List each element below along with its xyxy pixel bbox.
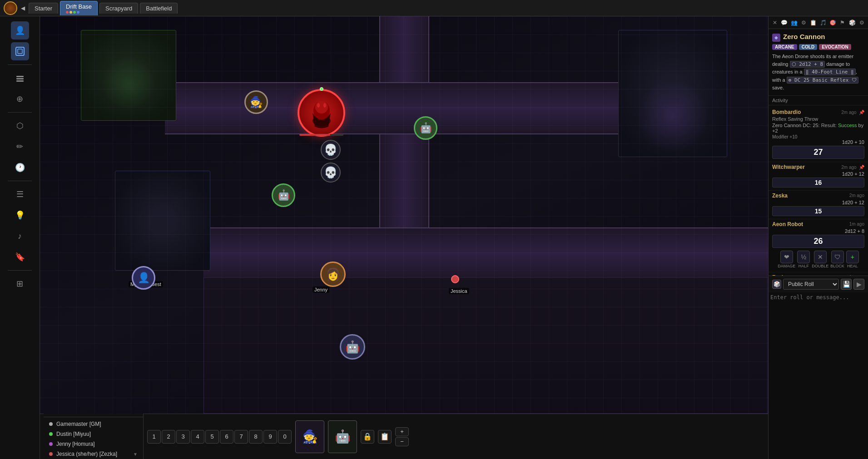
clock-icon[interactable]: 🕐 xyxy=(11,158,29,177)
map-area[interactable]: 🧙 xyxy=(40,16,768,414)
token-jenny-bottom[interactable]: 👩 xyxy=(320,262,346,287)
spell-range: ‖ 40-Foot Line ‖ xyxy=(804,69,856,75)
modifier-bombardio: Modifier +10 xyxy=(772,134,864,139)
left-sidebar: 👤 ⊕ ⬡ ✏ 🕐 ☰ 💡 ♪ 🔖 ⊞ xyxy=(0,16,40,459)
zoom-out[interactable]: − xyxy=(395,437,409,446)
svg-point-8 xyxy=(317,103,320,108)
num-1[interactable]: 1 xyxy=(147,430,161,444)
jenny-label: Jenny xyxy=(312,286,329,293)
token-skull-1[interactable]: 💀 xyxy=(321,140,341,160)
dice-roll-icon[interactable]: 🎲 xyxy=(772,280,781,289)
roll-input[interactable] xyxy=(769,292,868,459)
player-dot-jenny xyxy=(49,442,53,446)
bulb-icon[interactable]: 💡 xyxy=(11,206,29,224)
player-dustin[interactable]: Dustin [Miyuu] xyxy=(44,429,143,439)
half-icon: ½ xyxy=(797,251,810,263)
token-mysterygues[interactable]: 👤 xyxy=(132,266,155,290)
tag-icon[interactable]: ⬡ xyxy=(11,117,29,135)
dice-icon[interactable]: 🎲 xyxy=(848,18,856,27)
player-jessica[interactable]: Jessica (she/her) [Zezka] ▼ xyxy=(44,449,143,459)
damage-icon: ❤ xyxy=(780,251,793,263)
time-witchwarper-1: 2m ago xyxy=(841,165,856,170)
token-npc1[interactable]: 🧙 xyxy=(244,90,268,114)
settings-icon-2[interactable]: ⚙ xyxy=(858,18,866,27)
token-boss[interactable] xyxy=(298,89,345,137)
portrait-slot-1[interactable]: 🧙 xyxy=(295,420,324,453)
time-aeon-robot: 1m ago xyxy=(849,222,864,227)
tab-starter[interactable]: Starter xyxy=(29,3,58,14)
heal-btn[interactable]: + HEAL xyxy=(846,251,859,268)
double-btn[interactable]: ✕ DOUBLE xyxy=(812,251,828,268)
actor-bombardio-1: Bombardio xyxy=(772,109,801,115)
layers-icon[interactable] xyxy=(11,69,29,87)
lock-icon[interactable]: 🔒 xyxy=(361,430,374,444)
num-2[interactable]: 2 xyxy=(162,430,175,444)
list-icon[interactable]: ☰ xyxy=(11,185,29,203)
settings-icon-1[interactable]: ⚙ xyxy=(799,18,808,27)
grid-overlay xyxy=(40,16,768,414)
num-5[interactable]: 5 xyxy=(205,430,219,444)
pencil-icon[interactable]: ✏ xyxy=(11,138,29,156)
roll-text-area[interactable] xyxy=(769,292,868,459)
token-skull-2[interactable]: 💀 xyxy=(321,163,341,183)
num-8[interactable]: 8 xyxy=(249,430,263,444)
num-6[interactable]: 6 xyxy=(220,430,233,444)
num-7[interactable]: 7 xyxy=(234,430,248,444)
users-icon[interactable]: 👥 xyxy=(790,18,799,27)
block-btn[interactable]: 🛡 BLOCK xyxy=(830,251,844,268)
tab-scrapyard[interactable]: Scrapyard xyxy=(99,3,138,14)
notes-icon[interactable]: 📋 xyxy=(809,18,818,27)
grid-icon[interactable]: ⊞ xyxy=(11,275,29,293)
back-arrow[interactable]: ◀ xyxy=(19,5,27,11)
roll-expr-aeon: 2d12 + 8 xyxy=(772,228,864,234)
frame-icon[interactable] xyxy=(11,42,29,60)
target-icon[interactable]: 🎯 xyxy=(828,18,837,27)
num-9[interactable]: 9 xyxy=(263,430,277,444)
portrait-slot-2[interactable]: 🤖 xyxy=(328,420,357,453)
token-robot-mid[interactable]: 🤖 xyxy=(272,183,295,207)
save-roll-btn[interactable]: 💾 xyxy=(841,279,852,290)
activity-witchwarper-1: Witchwarper 2m ago 📌 1d20 + 12 16 xyxy=(769,162,868,191)
audio-icon[interactable]: 🎵 xyxy=(818,18,827,27)
clipboard-icon[interactable]: 📋 xyxy=(378,430,392,444)
portrait-icon[interactable]: 👤 xyxy=(11,21,29,39)
dungeon-map: 🧙 xyxy=(40,16,768,414)
token-mech[interactable]: 🤖 xyxy=(340,334,365,360)
token-jessica[interactable] xyxy=(451,275,459,283)
flag-icon[interactable]: ⚑ xyxy=(838,18,847,27)
token-alien[interactable]: 🤖 xyxy=(414,116,437,140)
roll-result-bombardio: 27 xyxy=(772,146,864,159)
player-jenny[interactable]: Jenny [Homura] xyxy=(44,439,143,449)
tab-battlefield[interactable]: Battlefield xyxy=(140,3,178,14)
boss-indicator xyxy=(320,87,323,91)
num-3[interactable]: 3 xyxy=(176,430,190,444)
bookmark-icon[interactable]: 🔖 xyxy=(11,248,29,266)
chat-icon[interactable]: 💬 xyxy=(780,18,789,27)
num-0[interactable]: 0 xyxy=(278,430,292,444)
player-arrow-jessica: ▼ xyxy=(133,452,138,457)
activity-zeska-1: Zeska 2m ago 1d20 + 12 15 xyxy=(769,191,868,219)
player-dot-gm xyxy=(49,422,53,426)
right-top-icons: ✕ 💬 👥 ⚙ 📋 🎵 🎯 ⚑ 🎲 ⚙ xyxy=(769,16,868,29)
app-logo[interactable] xyxy=(4,1,17,15)
player-name-gm: Gamemaster [GM] xyxy=(56,421,138,427)
top-bar: ◀ Starter Drift Base Scrapyard Battlefie… xyxy=(0,0,868,16)
player-gamemaster[interactable]: Gamemaster [GM] xyxy=(44,419,143,429)
spell-header: ◆ Zero Cannon ARCANE COLD EVOCATION The … xyxy=(769,29,868,96)
result-bombardio: Success xyxy=(838,123,857,128)
close-icon[interactable]: ✕ xyxy=(770,18,779,27)
zoom-in[interactable]: + xyxy=(395,427,409,436)
damage-btn[interactable]: ❤ DAMAGE xyxy=(778,251,795,268)
boss-hp-fill xyxy=(299,134,330,136)
send-roll-btn[interactable]: ▶ xyxy=(853,279,864,290)
activity-scroll[interactable]: Bombardio 2m ago 📌 Reflex Saving Throw Z… xyxy=(769,105,868,276)
roll-expr-bombardio: 1d20 + 10 xyxy=(772,139,864,145)
roll-bar: 🎲 Public Roll Private Roll GM Roll 💾 ▶ xyxy=(769,276,868,292)
roll-type-select[interactable]: Public Roll Private Roll GM Roll xyxy=(783,279,839,290)
tab-drift-base[interactable]: Drift Base xyxy=(60,1,98,15)
half-btn[interactable]: ½ HALF xyxy=(797,251,810,268)
music-icon[interactable]: ♪ xyxy=(11,227,29,245)
action-bombardio-1: Reflex Saving Throw xyxy=(772,116,864,122)
crosshair-icon[interactable]: ⊕ xyxy=(11,90,29,108)
num-4[interactable]: 4 xyxy=(191,430,204,444)
